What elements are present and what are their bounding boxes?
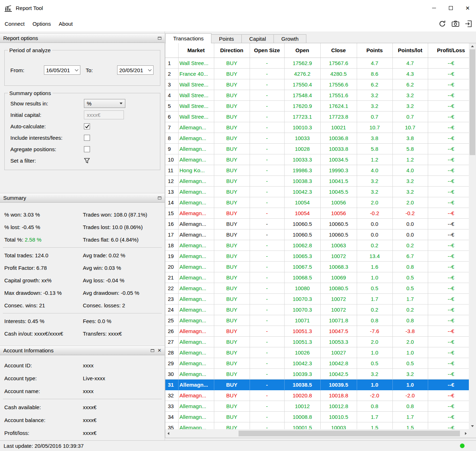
- table-row[interactable]: 7 Allemagn... BUY - 10010.3 10021 10.7 1…: [165, 122, 469, 133]
- cell-close: 10027: [320, 347, 357, 358]
- cell-points: 0.5: [357, 283, 392, 293]
- table-row[interactable]: 14 Allemagn... BUY - 10054 10056 2.0 2.0…: [165, 197, 469, 208]
- from-date-combo[interactable]: 16/05/201: [44, 65, 80, 75]
- table-row[interactable]: 24 Allemagn... BUY - 10070.3 10072 0.2 0…: [165, 304, 469, 315]
- col-close[interactable]: Close: [320, 43, 357, 58]
- cell-open-size: -: [250, 347, 284, 358]
- scroll-right-button[interactable]: [463, 429, 469, 438]
- tab[interactable]: Capital: [241, 34, 274, 43]
- table-row[interactable]: 31 Allemagn... BUY - 10038.5 10039.5 1.0…: [165, 379, 469, 390]
- table-row[interactable]: 33 Allemagn... BUY - 10012 10012.8 0.8 0…: [165, 401, 469, 411]
- cell-points: 3.2: [357, 100, 392, 111]
- table-row[interactable]: 18 Allemagn... BUY - 10062.8 10063 0.2 0…: [165, 240, 469, 251]
- horizontal-scrollbar-thumb[interactable]: [239, 431, 460, 436]
- cell-row-number: 11: [165, 165, 178, 175]
- col-open-size[interactable]: Open Size: [250, 43, 284, 58]
- table-row[interactable]: 1 Wall Stree... BUY - 17562.9 17567.6 4.…: [165, 58, 469, 68]
- table-row[interactable]: 30 Allemagn... BUY - 10039.3 10042.5 3.2…: [165, 368, 469, 379]
- table-row[interactable]: 15 Allemagn... BUY - 10054 10056 -0.2 -0…: [165, 208, 469, 218]
- cell-row-number: 12: [165, 175, 178, 186]
- col-points[interactable]: Points: [357, 43, 392, 58]
- table-row[interactable]: 2 France 40... BUY - 4276.2 4280.5 8.6 4…: [165, 68, 469, 79]
- menu-item[interactable]: Connect: [1, 21, 29, 27]
- table-row[interactable]: 32 Allemagn... BUY - 10020.8 10018.8 -2.…: [165, 390, 469, 401]
- table-row[interactable]: 23 Allemagn... BUY - 10070.3 10072 1.7 1…: [165, 293, 469, 304]
- cell-points-lot: 0.7: [392, 111, 428, 122]
- agregate-positions-checkbox[interactable]: [84, 146, 90, 152]
- table-row[interactable]: 5 Wall Stree... BUY - 17620.9 17624.1 3.…: [165, 100, 469, 111]
- cell-points-lot: 6.7: [392, 251, 428, 261]
- auto-calculate-checkbox[interactable]: [84, 123, 90, 129]
- table-row[interactable]: 27 Allemagn... BUY - 10051.3 10053.3 2.0…: [165, 336, 469, 347]
- table-row[interactable]: 22 Allemagn... BUY - 10080 10080.5 0.5 0…: [165, 283, 469, 293]
- cell-close: 17551.6: [320, 90, 357, 100]
- arrow-right-icon: [465, 432, 467, 435]
- cell-direction: BUY: [214, 272, 250, 283]
- table-row[interactable]: 12 Allemagn... BUY - 10038.3 10041.5 3.2…: [165, 175, 469, 186]
- cell-open-size: -: [250, 122, 284, 133]
- refresh-button[interactable]: [439, 20, 446, 28]
- table-row[interactable]: 35 Allemagn... BUY - 10001.5 10003 1.5 1…: [165, 422, 469, 429]
- cell-points-lot: 10.7: [392, 122, 428, 133]
- menu-item[interactable]: Options: [29, 21, 55, 27]
- scroll-up-button[interactable]: [469, 43, 476, 49]
- col-market[interactable]: Market: [178, 43, 214, 58]
- cell-open: 10070.3: [284, 304, 320, 315]
- table-row[interactable]: 6 Wall Stree... BUY - 17723.1 17723.8 0.…: [165, 111, 469, 122]
- include-fees-checkbox[interactable]: [84, 135, 90, 141]
- table-row[interactable]: 28 Allemagn... BUY - 10026 10027 1.0 1.0…: [165, 347, 469, 358]
- menu-item[interactable]: About: [55, 21, 77, 27]
- table-row[interactable]: 19 Allemagn... BUY - 10065.3 10072 13.4 …: [165, 251, 469, 261]
- float-icon[interactable]: [158, 197, 161, 199]
- initial-capital-label: Initial capital:: [10, 112, 84, 118]
- table-row[interactable]: 9 Allemagn... BUY - 10028 10033.8 5.8 5.…: [165, 143, 469, 154]
- table-row[interactable]: 3 Wall Stree... BUY - 17550.4 17556.6 6.…: [165, 79, 469, 90]
- cell-close: 10056: [320, 197, 357, 208]
- tab[interactable]: Transactions: [165, 33, 211, 43]
- cell-row-number: 14: [165, 197, 178, 208]
- float-icon[interactable]: [151, 349, 154, 352]
- table-row[interactable]: 4 Wall Stree... BUY - 17548.4 17551.6 3.…: [165, 90, 469, 100]
- col-direction[interactable]: Direction: [214, 43, 250, 58]
- cell-open-size: -: [250, 293, 284, 304]
- table-row[interactable]: 34 Allemagn... BUY - 10008.8 10010.5 1.7…: [165, 411, 469, 422]
- tab[interactable]: Growth: [274, 34, 306, 43]
- table-row[interactable]: 26 Allemagn... BUY - 10051.3 10047.5 -7.…: [165, 326, 469, 336]
- show-results-combo[interactable]: %: [84, 99, 125, 108]
- cell-points: 1.7: [357, 293, 392, 304]
- col-profit-loss[interactable]: Profit/Loss: [428, 43, 469, 58]
- table-row[interactable]: 13 Allemagn... BUY - 10042.3 10045.5 3.2…: [165, 186, 469, 197]
- table-row[interactable]: 11 Hong Ko... BUY - 19986.3 19990.3 4.0 …: [165, 165, 469, 175]
- camera-button[interactable]: [452, 21, 459, 27]
- table-row[interactable]: 25 Allemagn... BUY - 10071 10071.8 0.8 0…: [165, 315, 469, 326]
- scroll-down-button[interactable]: [469, 423, 476, 429]
- maximize-button[interactable]: [442, 0, 459, 16]
- float-icon[interactable]: [158, 37, 161, 40]
- scroll-left-button[interactable]: [165, 429, 171, 438]
- tab[interactable]: Points: [211, 34, 242, 43]
- filter-button[interactable]: [84, 158, 90, 164]
- vertical-scrollbar-thumb[interactable]: [470, 49, 475, 155]
- initial-capital-input[interactable]: [84, 110, 124, 119]
- horizontal-scrollbar[interactable]: [165, 429, 469, 438]
- col-open[interactable]: Open: [284, 43, 320, 58]
- table-row[interactable]: 29 Allemagn... BUY - 10042.3 10042.8 0.5…: [165, 358, 469, 368]
- table-row[interactable]: 16 Allemagn... BUY - 10060.5 10060.5 0.0…: [165, 218, 469, 229]
- to-date-combo[interactable]: 20/05/201: [117, 65, 154, 75]
- close-button[interactable]: ✕: [459, 0, 476, 16]
- table-row[interactable]: 20 Allemagn... BUY - 10067.5 10068.3 1.6…: [165, 261, 469, 272]
- table-row[interactable]: 17 Allemagn... BUY - 10060.5 10060.5 0.0…: [165, 229, 469, 240]
- close-icon[interactable]: ✕: [157, 348, 161, 353]
- cell-profit-loss: --€: [428, 68, 469, 79]
- table-row[interactable]: 21 Allemagn... BUY - 10068.5 10069 1.0 0…: [165, 272, 469, 283]
- table-row[interactable]: 10 Allemagn... BUY - 10033.3 10034.5 1.2…: [165, 154, 469, 165]
- vertical-scrollbar[interactable]: [469, 43, 476, 429]
- table-row[interactable]: 8 Allemagn... BUY - 10033 10036.8 3.8 3.…: [165, 133, 469, 143]
- col-points-lot[interactable]: Points/lot: [392, 43, 428, 58]
- minimize-button[interactable]: [426, 0, 442, 16]
- left-panel: Report options Period of analyze From: 1…: [0, 31, 165, 440]
- summary-row: Max drawdown:-0.13 % Avg drawdown:-0.05 …: [0, 287, 165, 299]
- cell-open: 10033.3: [284, 154, 320, 165]
- cell-direction: BUY: [214, 154, 250, 165]
- export-button[interactable]: [465, 20, 472, 27]
